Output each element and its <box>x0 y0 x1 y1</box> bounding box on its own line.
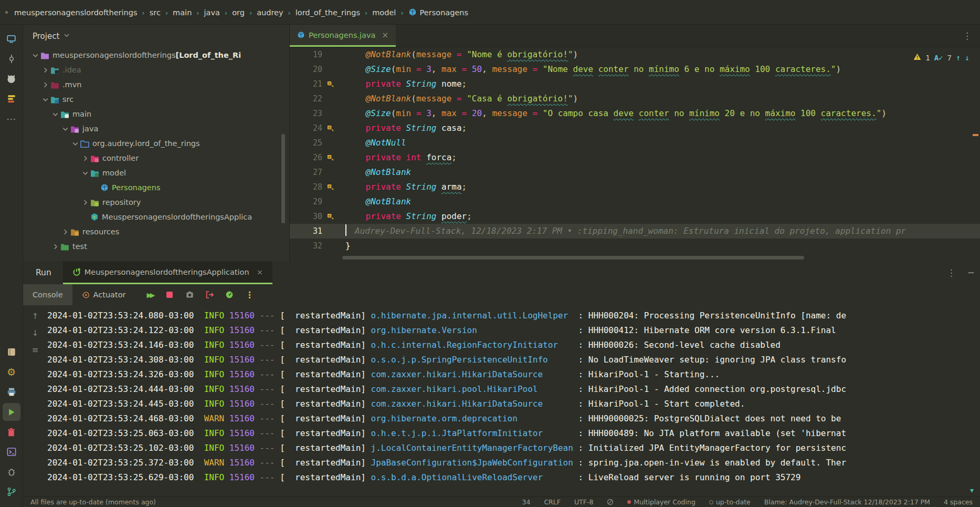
editor-horizontal-scrollbar[interactable] <box>342 256 804 260</box>
chevron-down-icon[interactable] <box>80 169 90 177</box>
gauge-icon[interactable] <box>222 287 237 302</box>
code-line-21[interactable]: 21 private String nome; <box>290 77 980 91</box>
tab-close-icon[interactable]: × <box>382 30 388 40</box>
tree-item-meuspersonagenslordoftheringsapplica[interactable]: MeuspersonagenslordoftheringsApplica <box>23 210 289 224</box>
chevron-down-icon[interactable] <box>40 96 50 104</box>
next-problem-arrow-icon[interactable]: ↓ <box>965 50 970 65</box>
chevron-right-icon[interactable] <box>80 154 90 162</box>
run-tab-close-icon[interactable]: × <box>257 268 263 276</box>
tree-item-meuspersonagenslordoftherings[interactable]: meuspersonagenslordoftherings [Lord_of_t… <box>23 48 289 63</box>
code-line-25[interactable]: 25 @NotNull <box>290 136 980 150</box>
structure-icon[interactable] <box>3 90 20 108</box>
status-item-4-spaces[interactable]: 4 spaces <box>944 498 973 506</box>
kebab-menu-icon[interactable]: ⋮ <box>242 287 257 302</box>
tree-item-org-audrey-lord-of-the-rings[interactable]: org.audrey.lord_of_the_rings <box>23 136 289 151</box>
status-item-up-to-date[interactable]: up-to-date <box>709 498 751 506</box>
field-gutter-icon[interactable] <box>322 125 338 132</box>
breadcrumb-item-audrey[interactable]: audrey <box>257 8 283 17</box>
status-item-multiplayer-coding[interactable]: Multiplayer Coding <box>627 498 695 506</box>
printer-icon[interactable] <box>3 383 20 401</box>
breadcrumb-item-Personagens[interactable]: Personagens <box>420 8 468 17</box>
commit-icon[interactable] <box>3 50 20 68</box>
rerun-icon[interactable]: ▶▶ <box>142 287 157 302</box>
tree-item-resources[interactable]: resources <box>23 224 289 239</box>
tree-item-model[interactable]: model <box>23 165 289 180</box>
chevron-down-icon[interactable] <box>63 32 70 41</box>
code-line-22[interactable]: 22 @NotBlank(message = "Casa é obrigatór… <box>290 91 980 106</box>
prev-problem-arrow-icon[interactable]: ↑ <box>956 50 961 65</box>
breadcrumb-item-lord_of_the_rings[interactable]: lord_of_the_rings <box>296 8 360 17</box>
git-branch-icon[interactable] <box>3 483 20 501</box>
trash-icon[interactable] <box>3 423 20 441</box>
breadcrumb-item-main[interactable]: main <box>173 8 192 17</box>
run-panel-kebab-icon[interactable]: ⋮ <box>941 267 962 278</box>
project-scrollbar[interactable] <box>281 134 285 223</box>
chevron-right-icon[interactable] <box>40 81 50 89</box>
github-icon[interactable] <box>3 70 20 88</box>
more-tool-windows-icon[interactable]: ⋯ <box>3 110 20 128</box>
code-line-31[interactable]: 31Audrey-Dev-Full-Stack, 12/18/2023 2:17… <box>290 224 980 239</box>
breadcrumb-item-meuspersonagenslordoftherings[interactable]: meuspersonagenslordoftherings <box>14 8 138 17</box>
code-line-20[interactable]: 20 @Size(min = 3, max = 50, message = "N… <box>290 62 980 77</box>
breadcrumb-item-java[interactable]: java <box>204 8 220 17</box>
status-item-crlf[interactable]: CRLF <box>544 498 561 506</box>
status-item-slash-circle-icon[interactable] <box>607 499 614 505</box>
error-stripe-mark[interactable] <box>973 134 978 136</box>
chevron-right-icon[interactable] <box>40 66 50 74</box>
breadcrumb-item-model[interactable]: model <box>372 8 396 17</box>
field-gutter-icon[interactable] <box>322 154 338 161</box>
chevron-down-icon[interactable] <box>50 110 60 118</box>
editor-options-kebab-icon[interactable]: ⋮ <box>954 30 980 41</box>
code-line-30[interactable]: 30 private String poder; <box>290 209 980 224</box>
status-item-34[interactable]: 34 <box>522 498 530 506</box>
code-editor[interactable]: 1 A✓ 7 ↑ ↓ 19 @NotBlank(message = "Nome … <box>290 47 980 261</box>
scroll-down-icon[interactable]: ↓ <box>32 328 39 338</box>
breadcrumb-item-src[interactable]: src <box>150 8 161 17</box>
chevron-down-icon[interactable] <box>60 125 70 133</box>
tree-item-test[interactable]: test <box>23 239 289 254</box>
tab-console[interactable]: Console <box>23 284 72 305</box>
terminal-icon[interactable] <box>3 443 20 461</box>
tree-item-src[interactable]: src <box>23 92 289 107</box>
field-gutter-icon[interactable] <box>322 184 338 191</box>
run-configuration-tab[interactable]: MeuspersonagenslordoftheringsApplication… <box>63 261 272 284</box>
tree-item-java[interactable]: java <box>23 121 289 136</box>
status-item-blame-audrey-dev-full-st[interactable]: Blame: Audrey-Dev-Full-Stack 12/18/2023 … <box>764 498 930 506</box>
soft-wrap-icon[interactable]: ≡ <box>32 345 39 355</box>
code-line-29[interactable]: 29 @NotBlank <box>290 194 980 209</box>
code-line-32[interactable]: 32} <box>290 239 980 253</box>
chevron-right-icon[interactable] <box>50 243 60 251</box>
field-gutter-icon[interactable] <box>322 81 338 88</box>
chevron-right-icon[interactable] <box>60 228 70 236</box>
camera-icon[interactable] <box>182 287 197 302</box>
chevron-right-icon[interactable] <box>80 199 90 206</box>
code-line-19[interactable]: 19 @NotBlank(message = "Nome é obrigatór… <box>290 47 980 62</box>
field-gutter-icon[interactable] <box>322 213 338 220</box>
status-left-text[interactable]: All files are up-to-date (moments ago) <box>30 498 156 506</box>
code-line-24[interactable]: 24 private String casa; <box>290 121 980 136</box>
tree-item--idea[interactable]: .idea <box>23 63 289 77</box>
scroll-up-icon[interactable]: ↑ <box>32 312 39 321</box>
code-line-23[interactable]: 23 @Size(min = 3, max = 20, message = "O… <box>290 106 980 121</box>
code-line-26[interactable]: 26 private int forca; <box>290 150 980 165</box>
monitor-icon[interactable] <box>3 30 20 48</box>
chevron-down-icon[interactable] <box>70 140 80 148</box>
project-panel-header[interactable]: Project <box>23 25 289 48</box>
inspections-widget[interactable]: 1 A✓ 7 ↑ ↓ <box>913 50 970 65</box>
bug-icon[interactable] <box>3 463 20 481</box>
tab-actuator[interactable]: Actuator <box>72 284 135 305</box>
notebook-icon[interactable] <box>3 343 20 361</box>
code-line-28[interactable]: 28 private String arma; <box>290 180 980 194</box>
editor-tab-personagens[interactable]: Personagens.java × <box>290 25 396 47</box>
tree-item-repository[interactable]: repository <box>23 195 289 210</box>
code-line-27[interactable]: 27 @NotBlank <box>290 165 980 180</box>
breadcrumb-item-org[interactable]: org <box>232 8 245 17</box>
scroll-to-end-icon[interactable]: ▾ <box>970 486 974 494</box>
tree-item-personagens[interactable]: Personagens <box>23 180 289 195</box>
settings-gear-icon[interactable]: ⚙ <box>3 363 20 381</box>
exit-icon[interactable] <box>202 287 217 302</box>
tree-item--mvn[interactable]: .mvn <box>23 77 289 92</box>
tree-item-controller[interactable]: controller <box>23 151 289 165</box>
tree-item-main[interactable]: main <box>23 107 289 121</box>
chevron-down-icon[interactable] <box>30 51 40 59</box>
